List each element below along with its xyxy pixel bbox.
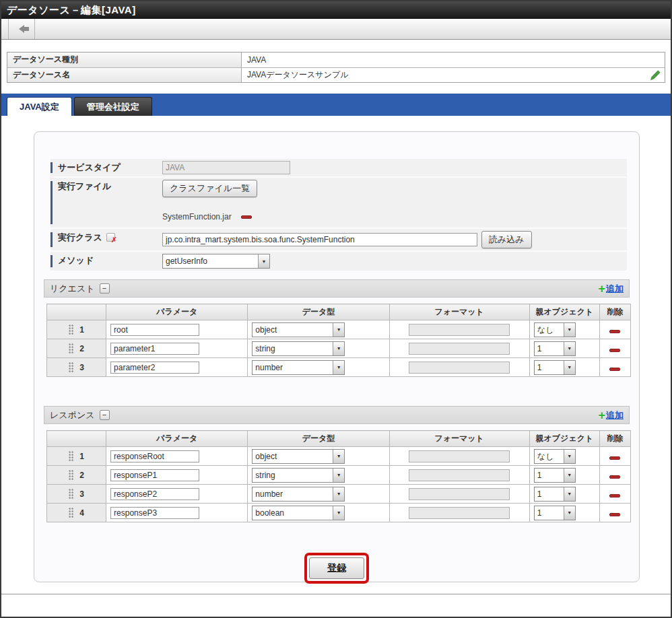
delete-row-icon[interactable] — [609, 513, 620, 516]
datatype-select[interactable]: number▼ — [252, 487, 345, 502]
field-row-exec-class: 実行クラス✗ 読み込み — [51, 229, 627, 250]
row-number: 4 — [79, 508, 84, 518]
parameter-input[interactable] — [110, 343, 199, 355]
row-handle-cell: 3 — [47, 358, 106, 377]
chevron-down-icon: ▼ — [564, 469, 575, 482]
column-header: フォーマット — [389, 304, 529, 320]
datatype-select[interactable]: boolean▼ — [252, 506, 345, 520]
drag-handle-icon[interactable] — [69, 508, 74, 518]
drag-handle-icon[interactable] — [69, 451, 74, 461]
load-class-button[interactable]: 読み込み — [481, 231, 532, 248]
submit-area: 登録 — [44, 553, 630, 584]
row-handle-cell: 1 — [47, 320, 106, 339]
back-button[interactable] — [8, 19, 35, 39]
format-input — [409, 362, 510, 374]
chevron-down-icon: ▼ — [564, 450, 575, 463]
parameter-input[interactable] — [110, 469, 199, 481]
request-section-header: リクエスト − + 追加 — [44, 279, 630, 298]
format-input — [409, 507, 510, 519]
parameter-input[interactable] — [110, 362, 199, 374]
drag-handle-icon[interactable] — [69, 489, 74, 499]
parameter-input[interactable] — [110, 507, 199, 519]
datatype-select[interactable]: string▼ — [252, 468, 345, 483]
chevron-down-icon: ▼ — [564, 361, 575, 374]
drag-handle-icon[interactable] — [69, 343, 74, 353]
row-number: 1 — [79, 452, 84, 461]
column-header: 親オブジェクト — [529, 304, 599, 320]
delete-row-icon[interactable] — [609, 456, 620, 460]
format-input — [409, 450, 510, 462]
parent-object-select[interactable]: なし▼ — [534, 322, 576, 337]
field-row-service-type: サービスタイプ — [51, 159, 627, 176]
collapse-toggle-icon[interactable]: − — [100, 283, 110, 294]
back-arrow-icon — [15, 25, 29, 33]
parent-object-select[interactable]: 1▼ — [534, 341, 576, 356]
chevron-down-icon: ▼ — [333, 506, 344, 520]
column-header: フォーマット — [389, 431, 529, 447]
parent-object-select[interactable]: 1▼ — [534, 360, 576, 375]
row-handle-cell: 3 — [47, 485, 106, 504]
parent-object-select[interactable]: なし▼ — [534, 449, 576, 464]
column-header-handle — [47, 304, 106, 320]
drag-handle-icon[interactable] — [69, 324, 74, 335]
chevron-down-icon: ▼ — [333, 450, 344, 463]
format-input — [409, 343, 510, 355]
edit-pencil-icon[interactable] — [650, 70, 661, 81]
jar-file-name: SystemFunction.jar — [162, 212, 232, 221]
chevron-down-icon: ▼ — [564, 323, 575, 337]
parent-object-select[interactable]: 1▼ — [534, 468, 576, 483]
chevron-down-icon: ▼ — [333, 487, 344, 501]
column-header: 削除 — [599, 304, 630, 320]
register-button[interactable]: 登録 — [309, 557, 364, 579]
tab-bar: JAVA設定 管理会社設定 — [1, 94, 671, 116]
parent-object-select[interactable]: 1▼ — [534, 487, 576, 502]
column-header-handle — [47, 431, 106, 447]
parameter-input[interactable] — [110, 450, 199, 462]
field-row-exec-file: 実行ファイル クラスファイル一覧 SystemFunction.jar — [51, 178, 627, 228]
drag-handle-icon[interactable] — [69, 362, 74, 372]
method-select[interactable]: getUserInfo ▼ — [162, 254, 270, 269]
chevron-down-icon: ▼ — [333, 342, 344, 355]
class-file-list-button[interactable]: クラスファイル一覧 — [162, 180, 257, 197]
column-header: パラメータ — [106, 431, 248, 447]
delete-row-icon[interactable] — [609, 475, 620, 479]
row-handle-cell: 2 — [47, 339, 106, 358]
method-label: メソッド — [58, 255, 94, 266]
datatype-select[interactable]: object▼ — [252, 322, 345, 337]
format-input — [409, 488, 510, 500]
service-type-label: サービスタイプ — [58, 162, 121, 173]
row-handle-cell: 4 — [47, 504, 106, 522]
datatype-select[interactable]: number▼ — [252, 360, 345, 375]
table-row: 4boolean▼1▼ — [47, 504, 631, 522]
parameter-input[interactable] — [110, 324, 199, 336]
table-row: 3number▼1▼ — [47, 358, 631, 377]
exec-class-input[interactable] — [162, 233, 477, 246]
delete-row-icon[interactable] — [609, 330, 620, 333]
delete-row-icon[interactable] — [609, 368, 620, 371]
delete-row-icon[interactable] — [609, 494, 620, 497]
parent-object-select[interactable]: 1▼ — [534, 506, 576, 520]
tab-java-settings[interactable]: JAVA設定 — [7, 97, 72, 116]
add-request-row-link[interactable]: + 追加 — [598, 283, 624, 295]
exec-file-label: 実行ファイル — [58, 181, 111, 192]
drag-handle-icon[interactable] — [69, 470, 74, 480]
column-header: パラメータ — [106, 304, 248, 320]
table-row: 2string▼1▼ — [47, 339, 631, 358]
clear-class-icon[interactable]: ✗ — [106, 233, 115, 242]
row-number: 3 — [79, 489, 84, 499]
add-response-row-link[interactable]: + 追加 — [598, 409, 624, 421]
tab-admin-company-settings[interactable]: 管理会社設定 — [74, 97, 152, 116]
row-number: 2 — [79, 344, 84, 353]
collapse-toggle-icon[interactable]: − — [100, 410, 110, 420]
parameter-input[interactable] — [110, 488, 199, 500]
row-number: 3 — [79, 363, 84, 372]
chevron-down-icon: ▼ — [333, 469, 344, 482]
table-row: 1object▼なし▼ — [47, 447, 631, 466]
datasource-type-label: データソース種別 — [7, 53, 242, 67]
chevron-down-icon: ▼ — [333, 361, 344, 374]
delete-row-icon[interactable] — [609, 349, 620, 352]
datatype-select[interactable]: object▼ — [252, 449, 345, 464]
table-row: 1object▼なし▼ — [47, 320, 631, 339]
remove-jar-icon[interactable] — [241, 215, 252, 219]
datatype-select[interactable]: string▼ — [252, 341, 345, 356]
